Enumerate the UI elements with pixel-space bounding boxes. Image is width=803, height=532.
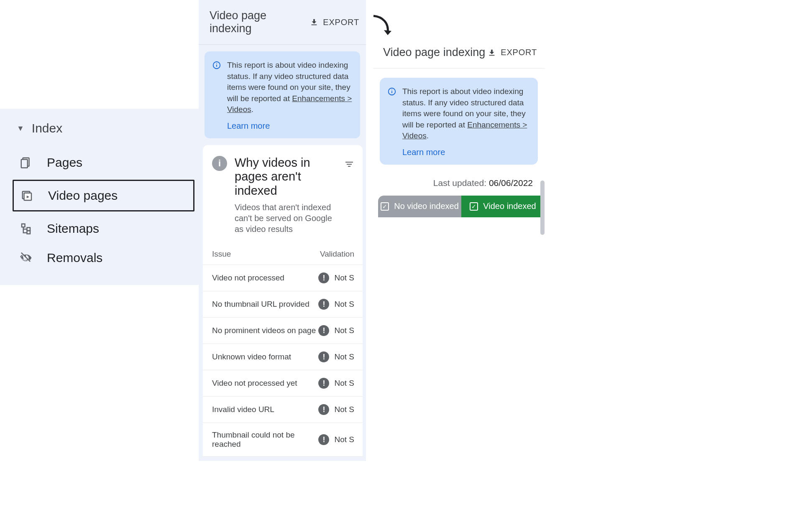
panel-video-indexing-issues: Video page indexing EXPORT This report i… bbox=[199, 0, 366, 461]
panel-title: Video page indexing bbox=[383, 46, 485, 59]
error-badge-icon: ! bbox=[318, 351, 329, 362]
sidebar-item-label: Sitemaps bbox=[47, 221, 99, 236]
filter-button[interactable] bbox=[344, 156, 354, 171]
panel-header: Video page indexing EXPORT bbox=[199, 0, 366, 45]
export-label: EXPORT bbox=[323, 18, 359, 27]
info-icon bbox=[212, 61, 221, 70]
svg-point-14 bbox=[391, 89, 392, 90]
sidebar-item-label: Video pages bbox=[48, 188, 118, 203]
svg-marker-11 bbox=[384, 30, 391, 35]
validation-status: !Not S bbox=[318, 299, 354, 310]
validation-status-text: Not S bbox=[334, 379, 354, 388]
checkbox-checked-icon: ✓ bbox=[381, 202, 389, 211]
error-badge-icon: ! bbox=[318, 378, 329, 389]
error-badge-icon: ! bbox=[318, 434, 329, 445]
svg-rect-5 bbox=[22, 224, 25, 227]
sidebar-item-removals[interactable]: Removals bbox=[13, 243, 194, 272]
issue-label: No prominent videos on page bbox=[212, 326, 318, 335]
issue-label: No thumbnail URL provided bbox=[212, 300, 318, 309]
panel-title: Video page indexing bbox=[210, 9, 309, 35]
info-banner: This report is about video indexing stat… bbox=[205, 51, 360, 138]
download-icon bbox=[309, 18, 319, 27]
validation-status: !Not S bbox=[318, 272, 354, 283]
checkbox-checked-icon: ✓ bbox=[470, 202, 478, 211]
info-text: This report is about video indexing stat… bbox=[402, 87, 527, 140]
issues-card-subtitle: Videos that aren't indexed can't be serv… bbox=[235, 202, 337, 234]
issue-label: Video not processed yet bbox=[212, 379, 318, 388]
last-updated: Last updated: 06/06/2022 bbox=[373, 174, 545, 196]
issues-table-header: Issue Validation bbox=[203, 240, 363, 265]
scrollbar-thumb[interactable] bbox=[540, 181, 545, 235]
curved-arrow-icon bbox=[370, 13, 395, 38]
sidebar-group-label: Index bbox=[32, 121, 62, 135]
info-filled-icon: i bbox=[212, 156, 227, 171]
issue-label: Thumbnail could not be reached bbox=[212, 430, 318, 449]
panel-header: Video page indexing EXPORT bbox=[373, 37, 545, 69]
issue-row[interactable]: Video not processed!Not S bbox=[203, 265, 363, 291]
error-badge-icon: ! bbox=[318, 404, 329, 415]
issues-card-title: Why videos in pages aren't indexed bbox=[235, 156, 337, 198]
export-button[interactable]: EXPORT bbox=[487, 48, 537, 57]
sidebar-item-pages[interactable]: Pages bbox=[13, 148, 194, 177]
error-badge-icon: ! bbox=[318, 299, 329, 310]
index-status-tabs: ✓ No video indexed ✓ Video indexed bbox=[378, 196, 545, 217]
error-badge-icon: ! bbox=[318, 272, 329, 283]
export-label: EXPORT bbox=[501, 48, 537, 57]
validation-status: !Not S bbox=[318, 378, 354, 389]
sidebar-item-label: Pages bbox=[47, 155, 82, 170]
validation-status-text: Not S bbox=[334, 300, 354, 309]
download-icon bbox=[487, 48, 496, 57]
validation-status: !Not S bbox=[318, 325, 354, 336]
export-button[interactable]: EXPORT bbox=[309, 18, 359, 27]
learn-more-link[interactable]: Learn more bbox=[402, 148, 530, 157]
issue-label: Invalid video URL bbox=[212, 405, 318, 414]
learn-more-link[interactable]: Learn more bbox=[227, 121, 353, 131]
validation-status-text: Not S bbox=[334, 435, 354, 444]
svg-rect-7 bbox=[27, 231, 31, 234]
sidebar-item-video-pages[interactable]: Video pages bbox=[13, 180, 194, 211]
issue-row[interactable]: Thumbnail could not be reached!Not S bbox=[203, 423, 363, 457]
col-issue-label: Issue bbox=[212, 249, 320, 259]
issue-row[interactable]: Unknown video format!Not S bbox=[203, 344, 363, 370]
issues-card: i Why videos in pages aren't indexed Vid… bbox=[203, 145, 363, 457]
issue-row[interactable]: No prominent videos on page!Not S bbox=[203, 318, 363, 344]
video-pages-icon bbox=[20, 189, 34, 202]
removals-icon bbox=[19, 251, 33, 265]
validation-status: !Not S bbox=[318, 404, 354, 415]
validation-status-text: Not S bbox=[334, 273, 354, 283]
panel-video-indexing-summary: Video page indexing EXPORT This report i… bbox=[373, 37, 545, 217]
issue-row[interactable]: No thumbnail URL provided!Not S bbox=[203, 291, 363, 318]
sidebar-index-group: ▼ Index Pages Video pages Sitemaps Remov… bbox=[0, 109, 199, 285]
validation-status-text: Not S bbox=[334, 405, 354, 414]
validation-status: !Not S bbox=[318, 351, 354, 362]
tab-video-indexed[interactable]: ✓ Video indexed bbox=[461, 196, 545, 217]
validation-status: !Not S bbox=[318, 434, 354, 445]
tab-no-video-indexed[interactable]: ✓ No video indexed bbox=[378, 196, 461, 217]
sidebar-item-label: Removals bbox=[47, 251, 102, 265]
col-validation-label: Validation bbox=[320, 249, 354, 259]
pages-icon bbox=[19, 156, 33, 169]
sidebar-item-sitemaps[interactable]: Sitemaps bbox=[13, 214, 194, 243]
chevron-down-icon: ▼ bbox=[17, 124, 24, 133]
issue-row[interactable]: Video not processed yet!Not S bbox=[203, 370, 363, 397]
validation-status-text: Not S bbox=[334, 326, 354, 335]
validation-status-text: Not S bbox=[334, 352, 354, 361]
issue-row[interactable]: Invalid video URL!Not S bbox=[203, 397, 363, 423]
svg-rect-1 bbox=[21, 160, 28, 168]
svg-point-10 bbox=[216, 63, 217, 64]
issue-label: Unknown video format bbox=[212, 352, 318, 361]
error-badge-icon: ! bbox=[318, 325, 329, 336]
info-icon bbox=[387, 87, 396, 96]
info-text: This report is about video indexing stat… bbox=[227, 61, 352, 114]
sidebar-group-toggle[interactable]: ▼ Index bbox=[13, 121, 194, 135]
info-banner: This report is about video indexing stat… bbox=[380, 78, 538, 165]
issue-label: Video not processed bbox=[212, 273, 318, 283]
sitemaps-icon bbox=[19, 222, 33, 235]
